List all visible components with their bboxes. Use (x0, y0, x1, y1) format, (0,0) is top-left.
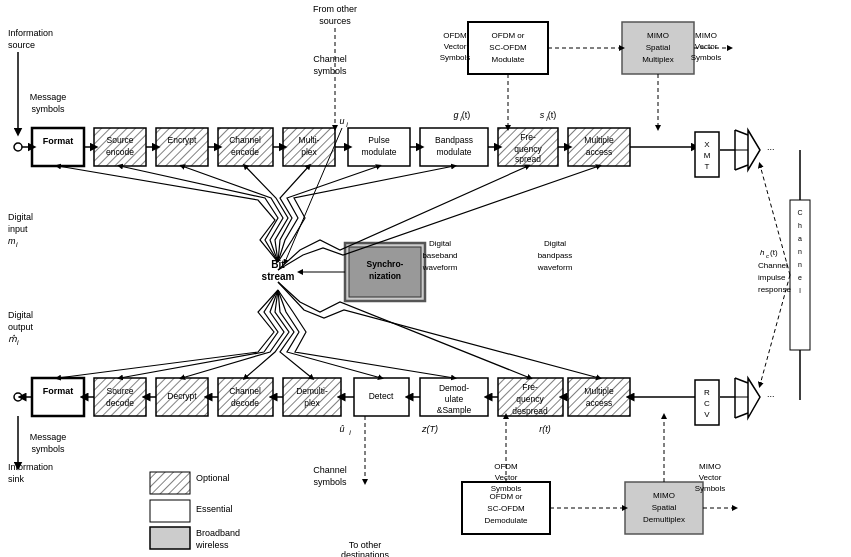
svg-rect-210 (150, 500, 190, 522)
svg-text:Symbols: Symbols (491, 484, 522, 493)
svg-text:output: output (8, 322, 34, 332)
svg-text:Source: Source (107, 386, 134, 396)
svg-rect-30 (32, 378, 84, 416)
svg-text:X: X (704, 140, 710, 149)
svg-text:symbols: symbols (31, 444, 65, 454)
svg-text:symbols: symbols (313, 477, 347, 487)
svg-text:C: C (797, 209, 802, 216)
block-diagram: Format Source encode Encrypt Channel enc… (0, 0, 851, 557)
svg-text:Synchro-: Synchro- (367, 259, 404, 269)
svg-text:SC-OFDM: SC-OFDM (487, 504, 525, 513)
svg-text:Channel: Channel (313, 54, 347, 64)
svg-text:Multiple: Multiple (584, 135, 614, 145)
svg-text:Digital: Digital (544, 239, 566, 248)
svg-text:Demultiplex: Demultiplex (643, 515, 685, 524)
svg-text:(t): (t) (462, 110, 471, 120)
svg-text:Multiple: Multiple (584, 386, 614, 396)
svg-text:quency: quency (514, 144, 542, 154)
svg-text:MIMO: MIMO (695, 31, 717, 40)
svg-text:e: e (798, 274, 802, 281)
svg-text:...: ... (767, 389, 775, 399)
svg-text:C: C (704, 399, 710, 408)
svg-text:z(T): z(T) (421, 424, 438, 434)
svg-text:MIMO: MIMO (647, 31, 669, 40)
svg-text:Demulti-: Demulti- (296, 386, 328, 396)
svg-text:...: ... (767, 142, 775, 152)
svg-text:Information: Information (8, 28, 53, 38)
svg-text:Channel: Channel (229, 386, 261, 396)
svg-text:plex: plex (304, 398, 320, 408)
svg-text:Digital: Digital (429, 239, 451, 248)
svg-text:Symbols: Symbols (695, 484, 726, 493)
svg-marker-98 (748, 130, 760, 170)
svg-text:Message: Message (30, 92, 67, 102)
svg-text:Information: Information (8, 462, 53, 472)
svg-text:Format: Format (43, 136, 74, 146)
svg-text:Format: Format (43, 386, 74, 396)
svg-text:MIMO: MIMO (653, 491, 675, 500)
svg-text:Modulate: Modulate (492, 55, 525, 64)
svg-text:decode: decode (231, 398, 259, 408)
svg-text:nization: nization (369, 271, 401, 281)
svg-text:Detect: Detect (369, 391, 394, 401)
svg-text:n: n (798, 248, 802, 255)
svg-text:destinations: destinations (341, 550, 390, 557)
svg-text:Symbols: Symbols (440, 53, 471, 62)
svg-text:sources: sources (319, 16, 351, 26)
svg-text:Demodulate: Demodulate (484, 516, 528, 525)
svg-text:g: g (453, 110, 458, 120)
svg-text:s: s (540, 110, 545, 120)
svg-text:Multi-: Multi- (299, 135, 320, 145)
svg-point-100 (14, 393, 22, 401)
svg-text:(t): (t) (770, 248, 778, 257)
svg-text:Decrypt: Decrypt (167, 391, 197, 401)
svg-text:waveform: waveform (537, 263, 573, 272)
svg-text:Symbols: Symbols (691, 53, 722, 62)
svg-text:Vector: Vector (444, 42, 467, 51)
svg-text:i: i (346, 121, 348, 128)
svg-rect-4 (32, 128, 84, 166)
svg-text:r(t): r(t) (539, 424, 551, 434)
svg-text:symbols: symbols (313, 66, 347, 76)
svg-text:despread: despread (512, 406, 548, 416)
svg-text:Bandpass: Bandpass (435, 135, 473, 145)
svg-line-152 (760, 165, 790, 275)
svg-text:encode: encode (106, 147, 134, 157)
svg-rect-212 (150, 527, 190, 549)
svg-text:modulate: modulate (437, 147, 472, 157)
svg-text:Message: Message (30, 432, 67, 442)
svg-text:sink: sink (8, 474, 25, 484)
svg-text:SC-OFDM: SC-OFDM (489, 43, 527, 52)
svg-text:i: i (16, 241, 18, 248)
svg-text:symbols: symbols (31, 104, 65, 114)
svg-text:c: c (766, 253, 769, 259)
svg-text:Multiplex: Multiplex (642, 55, 674, 64)
svg-text:i: i (17, 339, 19, 346)
svg-text:R: R (704, 388, 710, 397)
svg-text:Broadband: Broadband (196, 528, 240, 538)
svg-text:OFDM or: OFDM or (490, 492, 523, 501)
svg-point-78 (14, 143, 22, 151)
svg-text:ulate: ulate (445, 394, 464, 404)
svg-rect-208 (150, 472, 190, 494)
svg-text:Demod-: Demod- (439, 383, 469, 393)
svg-text:spread: spread (515, 154, 541, 164)
svg-text:quency: quency (516, 394, 544, 404)
svg-text:Spatial: Spatial (652, 503, 677, 512)
svg-text:&Sample: &Sample (437, 405, 472, 415)
svg-text:Encrypt: Encrypt (168, 135, 197, 145)
svg-text:n: n (798, 261, 802, 268)
svg-text:T: T (705, 162, 710, 171)
svg-text:Vector: Vector (695, 42, 718, 51)
svg-text:m̂: m̂ (8, 334, 17, 344)
svg-rect-37 (218, 378, 273, 416)
svg-text:source: source (8, 40, 35, 50)
svg-line-117 (735, 378, 748, 383)
svg-text:bandpass: bandpass (538, 251, 573, 260)
svg-text:h: h (798, 222, 802, 229)
svg-text:Vector: Vector (699, 473, 722, 482)
svg-text:baseband: baseband (422, 251, 457, 260)
svg-rect-9 (156, 128, 208, 166)
svg-text:u: u (339, 116, 344, 126)
svg-rect-53 (568, 378, 630, 416)
